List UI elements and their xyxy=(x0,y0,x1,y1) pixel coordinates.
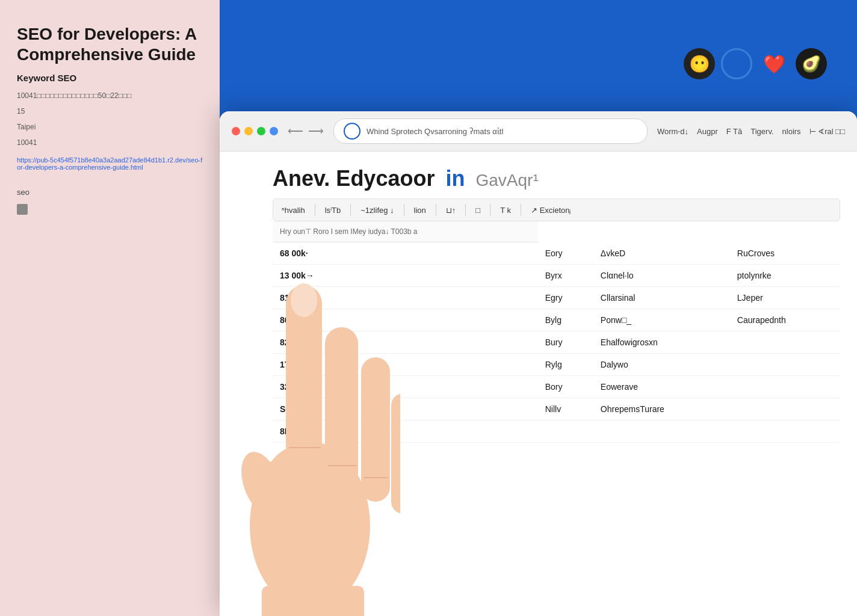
toolbar-extra-item-2: Augpr xyxy=(697,127,718,136)
cell-c2-8 xyxy=(593,420,730,443)
cell-c1-6: Bory xyxy=(538,376,593,398)
inner-toolbar-item-6[interactable]: T k xyxy=(500,206,511,215)
browser-icon-2 xyxy=(721,48,752,79)
inner-toolbar-item-7[interactable]: ↗ Excietonⱼ xyxy=(531,206,571,215)
content-area: Anev. Edycaoor in GavAqr¹ ⁿhvalih lsⁱTb … xyxy=(220,152,857,616)
cell-c1-5: Rylg xyxy=(538,354,593,376)
traffic-light-red[interactable] xyxy=(232,127,240,135)
toolbar-extra-item-3: F Tā xyxy=(726,127,743,136)
table-row: 80 00k· Bylg Ponw□_ Caurapednth xyxy=(273,309,840,331)
browser-topbar: ⟵ ⟶ Whind Sprotech Qvsarroning ʔmats αἰt… xyxy=(220,111,857,152)
cell-c2-4: Ehalfowigrosxn xyxy=(593,331,730,354)
table-row: 8F 00k· xyxy=(273,420,840,443)
cell-vol-3: 80 00k· xyxy=(273,309,538,331)
cell-c2-5: Dalywo xyxy=(593,354,730,376)
inner-toolbar-item-5: □ xyxy=(475,206,480,215)
inner-toolbar-item-2[interactable]: ~1zlifeg ↓ xyxy=(360,206,394,215)
inner-toolbar-item-3[interactable]: lion xyxy=(414,206,426,215)
cell-c2-2: Cllarsinal xyxy=(593,287,730,309)
cell-c3-0: RuCroves xyxy=(730,242,840,265)
sidebar-meta-num: 15 xyxy=(17,106,203,117)
toolbar-extra-item-4: Tigerv. xyxy=(750,127,773,136)
address-circle-icon xyxy=(344,123,360,140)
sidebar: SEO for Developers: A Comprehensive Guid… xyxy=(0,0,220,616)
table-row: 82 00k· Bury Ehalfowigrosxn xyxy=(273,331,840,354)
cell-vol-5: 17 004· xyxy=(273,354,538,376)
cell-vol-4: 82 00k· xyxy=(273,331,538,354)
inner-toolbar-item-0[interactable]: ⁿhvalih xyxy=(282,206,305,215)
nav-buttons: ⟵ ⟶ xyxy=(288,125,324,138)
toolbar-extra-item-1: Worm⋅d↓ xyxy=(657,127,688,136)
cell-c1-3: Bylg xyxy=(538,309,593,331)
sidebar-url[interactable]: https://pub-5c454f571b8e40a3a2aad27ade84… xyxy=(17,156,203,171)
cell-c1-7: Nillv xyxy=(538,398,593,420)
cell-c1-0: Eory xyxy=(538,242,593,265)
cell-c2-0: ΔvkeD xyxy=(593,242,730,265)
sidebar-meta-city: Taipei xyxy=(17,122,203,132)
page-main-title: Anev. Edycaoor in GavAqr¹ xyxy=(273,166,539,191)
back-icon[interactable]: ⟵ xyxy=(288,125,303,138)
cell-c1-1: Byrx xyxy=(538,265,593,287)
browser-icon-3: ❤️ xyxy=(758,48,790,79)
sidebar-icon xyxy=(17,204,28,215)
cell-c3-3: Caurapednth xyxy=(730,309,840,331)
sidebar-tag: seo xyxy=(17,188,203,197)
address-bar[interactable]: Whind Sprotech Qvsarroning ʔmats αἰtl xyxy=(333,119,648,144)
inner-toolbar: ⁿhvalih lsⁱTb ~1zlifeg ↓ lion ⊔↑ □ T k ↗… xyxy=(273,199,840,221)
cell-c2-3: Ponw□_ xyxy=(593,309,730,331)
cell-c3-2: LJeper xyxy=(730,287,840,309)
sidebar-subtitle: Keyword SEO xyxy=(17,73,203,83)
table-header-vol: Hry oun⊤ Roro I sem IMey iudya↓ T003b a xyxy=(273,221,538,242)
cell-c3-6 xyxy=(730,376,840,398)
cell-c1-4: Bury xyxy=(538,331,593,354)
cell-c3-7 xyxy=(730,398,840,420)
cell-vol-8: 8F 00k· xyxy=(273,420,538,443)
cell-c1-8 xyxy=(538,420,593,443)
cell-c2-6: Eowerave xyxy=(593,376,730,398)
browser-icon-4: 🥑 xyxy=(796,48,827,79)
table-row: 32 00k· Bory Eowerave xyxy=(273,376,840,398)
table-row: 17 004· Rylg Dalywo xyxy=(273,354,840,376)
cell-vol-0: 68 00k· xyxy=(273,242,538,265)
seo-content: Anev. Edycaoor in GavAqr¹ ⁿhvalih lsⁱTb … xyxy=(256,152,857,616)
cell-vol-2: 81 00k· xyxy=(273,287,538,309)
cell-vol-1: 13 00k→ xyxy=(273,265,538,287)
address-text: Whind Sprotech Qvsarroning ʔmats αἰtl xyxy=(367,127,637,136)
traffic-lights xyxy=(232,127,278,135)
browser-window: ⟵ ⟶ Whind Sprotech Qvsarroning ʔmats αἰt… xyxy=(220,111,857,616)
cell-vol-7: S0 00k· xyxy=(273,398,538,420)
browser-toolbar-extra: Worm⋅d↓ Augpr F Tā Tigerv. nloirs ⊢ ∢ral… xyxy=(657,127,845,136)
traffic-light-yellow[interactable] xyxy=(244,127,253,135)
data-table: Hry oun⊤ Roro I sem IMey iudya↓ T003b a … xyxy=(273,221,840,443)
cell-c3-5 xyxy=(730,354,840,376)
cell-c3-1: ptolynrke xyxy=(730,265,840,287)
table-row: S0 00k· Nillv OhrepemsTurare xyxy=(273,398,840,420)
cell-c3-4 xyxy=(730,331,840,354)
cell-c3-8 xyxy=(730,420,840,443)
page-title-row: Anev. Edycaoor in GavAqr¹ xyxy=(273,166,840,191)
sidebar-meta-line1: 10041□□□□□□□□□□□□□□50□22□□□ xyxy=(17,90,203,101)
table-row: 68 00k· Eory ΔvkeD RuCroves xyxy=(273,242,840,265)
title-part2: in xyxy=(445,166,465,191)
inner-toolbar-item-4[interactable]: ⊔↑ xyxy=(446,206,456,215)
traffic-light-blue[interactable] xyxy=(270,127,278,135)
toolbar-extra-item-6: ⊢ ∢ral □□ xyxy=(809,127,845,136)
sidebar-meta-code: 10041 xyxy=(17,137,203,148)
table-row: 13 00k→ Byrx Clαnel·lo ptolynrke xyxy=(273,265,840,287)
inner-toolbar-item-1[interactable]: lsⁱTb xyxy=(325,206,341,215)
cell-vol-6: 32 00k· xyxy=(273,376,538,398)
cell-c2-1: Clαnel·lo xyxy=(593,265,730,287)
toolbar-extra-item-5: nloirs xyxy=(782,127,801,136)
title-part1: Anev. Edycaoor xyxy=(273,166,435,191)
browser-icon-1: 😶 xyxy=(684,48,715,79)
cell-c2-7: OhrepemsTurare xyxy=(593,398,730,420)
main-area: 😶 ❤️ 🥑 ⟵ ⟶ Whind Sprotech Qvsarroning ʔm… xyxy=(220,0,857,616)
traffic-light-green[interactable] xyxy=(257,127,265,135)
table-row: 81 00k· Egry Cllarsinal LJeper xyxy=(273,287,840,309)
title-part3: GavAqr¹ xyxy=(475,171,538,189)
cell-c1-2: Egry xyxy=(538,287,593,309)
browser-icons: 😶 ❤️ 🥑 xyxy=(684,48,827,79)
sidebar-title: SEO for Developers: A Comprehensive Guid… xyxy=(17,24,203,64)
forward-icon[interactable]: ⟶ xyxy=(308,125,324,138)
